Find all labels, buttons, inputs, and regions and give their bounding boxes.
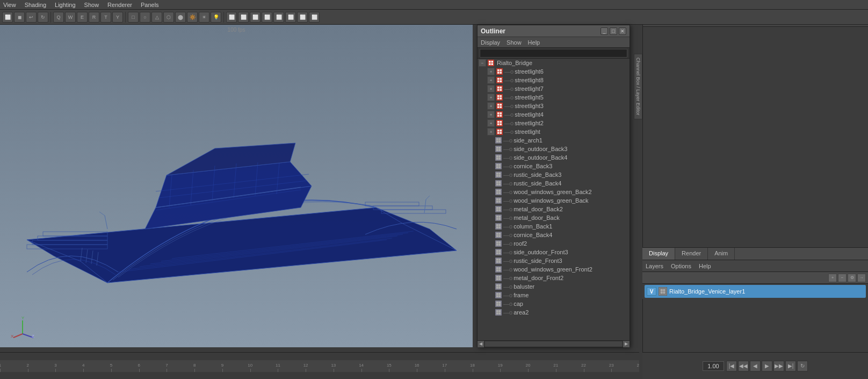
toolbar-btn-12[interactable]: ○ xyxy=(140,12,150,23)
toolbar-btn-26[interactable]: ⬜ xyxy=(309,12,320,23)
tree-item-streetlight6[interactable]: +—o streetlight6 xyxy=(478,67,630,76)
expand-btn-streetlight6[interactable]: + xyxy=(487,68,495,75)
toolbar-btn-23[interactable]: ⬜ xyxy=(273,12,284,23)
tree-item-area2[interactable]: —o area2 xyxy=(478,308,630,317)
tree-item-streetlight7[interactable]: +—o streetlight7 xyxy=(478,84,630,93)
layer-options-btn[interactable]: ⚙ xyxy=(848,274,856,282)
outliner-maximize-btn[interactable]: □ xyxy=(610,27,617,35)
tab-anim[interactable]: Anim xyxy=(708,248,735,260)
playback-back-btn[interactable]: ◀ xyxy=(750,361,761,371)
toolbar-btn-14[interactable]: ⬡ xyxy=(163,12,174,23)
timeline-area[interactable]: 123456789101112131415161718192021222324 xyxy=(0,352,639,379)
expand-btn-streetlight3[interactable]: + xyxy=(487,102,495,110)
tree-item-rialto_bridge[interactable]: −Rialto_Bridge xyxy=(478,59,630,67)
menu-shading[interactable]: Shading xyxy=(24,2,47,8)
tree-item-side_outdoor_Back4[interactable]: —o side_outdoor_Back4 xyxy=(478,153,630,162)
scroll-left-btn[interactable]: ◀ xyxy=(478,341,484,347)
outliner-tree[interactable]: −Rialto_Bridge+—o streetlight6+—o street… xyxy=(478,59,630,340)
layer-visibility-btn[interactable]: V xyxy=(647,287,656,296)
playback-goto-start-btn[interactable]: |◀ xyxy=(726,361,737,371)
tab-render[interactable]: Render xyxy=(675,248,708,260)
toolbar-btn-7[interactable]: E xyxy=(77,12,88,23)
tree-item-streetlight4[interactable]: +—o streetlight4 xyxy=(478,110,630,119)
layer-item[interactable]: V Rialto_Bridge_Venice_layer1 xyxy=(645,285,866,298)
tree-item-wood_windows_green_Back[interactable]: —o wood_windows_green_Back xyxy=(478,196,630,205)
toolbar-btn-17[interactable]: ☀ xyxy=(199,12,209,23)
options-menu[interactable]: Options xyxy=(671,263,691,269)
toolbar-btn-21[interactable]: ⬜ xyxy=(250,12,261,23)
tree-item-metal_door_Front2[interactable]: —o metal_door_Front2 xyxy=(478,274,630,282)
tree-item-side_arch1[interactable]: —o side_arch1 xyxy=(478,136,630,145)
menu-show[interactable]: Show xyxy=(83,2,100,8)
layer-delete-btn[interactable]: − xyxy=(838,274,847,282)
menu-view[interactable]: View xyxy=(2,2,17,8)
tree-item-cornice_Back3[interactable]: —o cornice_Back3 xyxy=(478,162,630,170)
layer-assign-btn[interactable]: → xyxy=(857,274,866,282)
layer-create-btn[interactable]: + xyxy=(828,274,837,282)
toolbar-btn-24[interactable]: ⬜ xyxy=(285,12,296,23)
menu-renderer[interactable]: Renderer xyxy=(106,2,133,8)
tree-item-rustic_side_Back4[interactable]: —o rustic_side_Back4 xyxy=(478,179,630,188)
expand-btn-streetlight2[interactable]: + xyxy=(487,119,495,127)
menu-panels[interactable]: Panels xyxy=(140,2,160,8)
playback-loop-btn[interactable]: ↻ xyxy=(797,361,808,371)
toolbar-btn-8[interactable]: R xyxy=(89,12,99,23)
toolbar-btn-20[interactable]: ⬜ xyxy=(238,12,249,23)
menu-lighting[interactable]: Lighting xyxy=(54,2,77,8)
tree-item-cap[interactable]: —o cap xyxy=(478,299,630,308)
playback-forward-btn[interactable]: ▶▶ xyxy=(773,361,784,371)
tree-item-streetlight[interactable]: +—o streetlight xyxy=(478,127,630,136)
toolbar-btn-25[interactable]: ⬜ xyxy=(297,12,308,23)
expand-btn-streetlight5[interactable]: + xyxy=(487,94,495,101)
toolbar-btn-6[interactable]: W xyxy=(65,12,76,23)
tree-item-streetlight5[interactable]: +—o streetlight5 xyxy=(478,93,630,102)
outliner-minimize-btn[interactable]: _ xyxy=(601,27,608,35)
toolbar-btn-9[interactable]: T xyxy=(100,12,111,23)
tree-item-streetlight3[interactable]: +—o streetlight3 xyxy=(478,102,630,110)
tree-item-streetlight2[interactable]: +—o streetlight2 xyxy=(478,119,630,127)
timeline-ruler[interactable]: 123456789101112131415161718192021222324 xyxy=(0,360,639,372)
toolbar-btn-5[interactable]: Q xyxy=(53,12,64,23)
outliner-menu-show[interactable]: Show xyxy=(507,39,522,46)
expand-btn-streetlight[interactable]: + xyxy=(487,128,495,135)
toolbar-btn-18[interactable]: 💡 xyxy=(211,12,221,23)
outliner-search-input[interactable] xyxy=(480,49,627,58)
toolbar-btn-10[interactable]: Y xyxy=(112,12,123,23)
playback-play-btn[interactable]: ▶ xyxy=(762,361,772,371)
tree-item-streetlight8[interactable]: +—o streetlight8 xyxy=(478,76,630,84)
toolbar-btn-3[interactable]: ↩ xyxy=(26,12,37,23)
toolbar-btn-19[interactable]: ⬜ xyxy=(226,12,237,23)
tree-item-cornice_Back4[interactable]: —o cornice_Back4 xyxy=(478,231,630,239)
playback-step-back-btn[interactable]: ◀◀ xyxy=(738,361,749,371)
toolbar-btn-15[interactable]: ⬤ xyxy=(175,12,186,23)
scroll-right-btn[interactable]: ▶ xyxy=(623,341,630,347)
expand-btn-streetlight4[interactable]: + xyxy=(487,111,495,118)
tab-display[interactable]: Display xyxy=(642,248,675,260)
layers-menu[interactable]: Layers xyxy=(646,263,663,269)
3d-viewport[interactable]: Y X Z 100 fps xyxy=(0,25,473,347)
outliner-menu-display[interactable]: Display xyxy=(481,39,500,46)
playback-goto-end-btn[interactable]: ▶| xyxy=(785,361,796,371)
tree-item-wood_windows_green_Front2[interactable]: —o wood_windows_green_Front2 xyxy=(478,265,630,274)
tree-item-side_outdoor_Front3[interactable]: —o side_outdoor_Front3 xyxy=(478,248,630,256)
tree-item-frame[interactable]: —o frame xyxy=(478,291,630,299)
toolbar-btn-16[interactable]: 🔆 xyxy=(187,12,198,23)
tree-item-column_Back1[interactable]: —o column_Back1 xyxy=(478,222,630,231)
expand-btn-streetlight8[interactable]: + xyxy=(487,76,495,84)
toolbar-btn-11[interactable]: □ xyxy=(128,12,139,23)
outliner-menu-help[interactable]: Help xyxy=(528,39,540,46)
tree-item-baluster[interactable]: —o baluster xyxy=(478,282,630,291)
tree-item-metal_door_Back2[interactable]: —o metal_door_Back2 xyxy=(478,205,630,213)
tree-item-rustic_side_Front3[interactable]: —o rustic_side_Front3 xyxy=(478,256,630,265)
tree-item-metal_door_Back[interactable]: —o metal_door_Back xyxy=(478,213,630,222)
outliner-titlebar[interactable]: Outliner _ □ ✕ xyxy=(478,25,630,37)
tree-item-wood_windows_green_Back2[interactable]: —o wood_windows_green_Back2 xyxy=(478,188,630,196)
tree-item-rustic_side_Back3[interactable]: —o rustic_side_Back3 xyxy=(478,170,630,179)
tree-item-side_outdoor_Back3[interactable]: —o side_outdoor_Back3 xyxy=(478,145,630,153)
toolbar-btn-13[interactable]: △ xyxy=(151,12,162,23)
toolbar-btn-22[interactable]: ⬜ xyxy=(262,12,272,23)
frame-input[interactable]: 1.00 xyxy=(703,361,724,371)
outliner-close-btn[interactable]: ✕ xyxy=(619,27,626,35)
toolbar-btn-1[interactable]: ⬜ xyxy=(2,12,13,23)
toolbar-btn-4[interactable]: ↻ xyxy=(38,12,48,23)
